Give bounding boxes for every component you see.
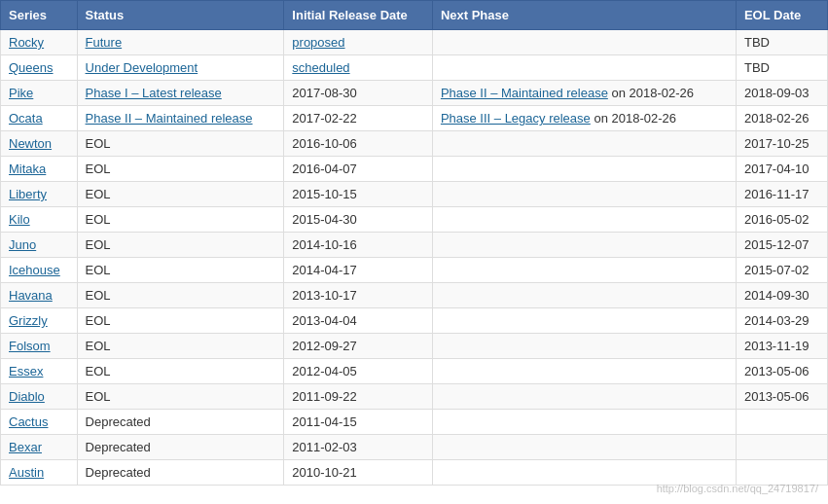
cell-initial-release: 2014-04-17 <box>284 258 433 283</box>
cell-status: Deprecated <box>77 410 284 435</box>
cell-initial-release: 2017-08-30 <box>284 81 433 106</box>
series-link[interactable]: Liberty <box>9 187 47 201</box>
series-link[interactable]: Newton <box>9 136 52 151</box>
table-row: GrizzlyEOL2013-04-042014-03-29 <box>1 308 828 334</box>
cell-initial-release: 2012-04-05 <box>284 359 433 384</box>
cell-next-phase <box>432 30 736 55</box>
series-link[interactable]: Mitaka <box>9 162 46 176</box>
cell-status: EOL <box>77 131 284 157</box>
table-row: KiloEOL2015-04-302016-05-02 <box>1 207 828 233</box>
cell-eol <box>736 410 827 435</box>
status-link[interactable]: Future <box>86 35 123 50</box>
status-link[interactable]: Phase II – Maintained release <box>86 111 253 126</box>
cell-next-phase <box>432 460 736 486</box>
cell-next-phase <box>432 435 736 460</box>
series-link[interactable]: Havana <box>9 288 53 303</box>
series-link[interactable]: Diablo <box>9 389 45 404</box>
next-phase-link[interactable]: Phase II – Maintained release <box>441 86 608 100</box>
series-link[interactable]: Grizzly <box>9 313 48 328</box>
header-next-phase: Next Phase <box>432 1 736 30</box>
table-row: IcehouseEOL2014-04-172015-07-02 <box>1 258 828 283</box>
table-row: NewtonEOL2016-10-062017-10-25 <box>1 131 828 157</box>
cell-eol: 2016-05-02 <box>736 207 827 233</box>
header-eol: EOL Date <box>736 1 827 30</box>
cell-initial-release: 2012-09-27 <box>284 334 433 359</box>
cell-initial-release: 2011-02-03 <box>284 435 433 460</box>
cell-series: Newton <box>1 131 78 157</box>
cell-status: Under Development <box>77 55 284 81</box>
cell-initial-release: 2011-04-15 <box>284 410 433 435</box>
cell-series: Folsom <box>1 334 78 359</box>
cell-next-phase <box>432 207 736 233</box>
series-link[interactable]: Rocky <box>9 35 44 50</box>
cell-eol: 2014-03-29 <box>736 308 827 334</box>
cell-eol: 2013-11-19 <box>736 334 827 359</box>
cell-series: Austin <box>1 460 78 486</box>
cell-status: EOL <box>77 359 284 384</box>
series-link[interactable]: Austin <box>9 465 44 480</box>
status-link[interactable]: Phase I – Latest release <box>86 86 222 100</box>
cell-status: Deprecated <box>77 435 284 460</box>
cell-next-phase <box>432 410 736 435</box>
cell-eol: 2015-07-02 <box>736 258 827 283</box>
cell-next-phase <box>432 258 736 283</box>
cell-series: Liberty <box>1 182 78 207</box>
cell-status: EOL <box>77 258 284 283</box>
cell-series: Kilo <box>1 207 78 233</box>
cell-eol: 2018-02-26 <box>736 106 827 131</box>
cell-series: Bexar <box>1 435 78 460</box>
cell-initial-release: 2010-10-21 <box>284 460 433 486</box>
cell-eol: 2016-11-17 <box>736 182 827 207</box>
series-link[interactable]: Juno <box>9 237 36 252</box>
cell-eol: TBD <box>736 55 827 81</box>
table-row: OcataPhase II – Maintained release2017-0… <box>1 106 828 131</box>
cell-series: Essex <box>1 359 78 384</box>
cell-eol: 2015-12-07 <box>736 233 827 258</box>
cell-status: Future <box>77 30 284 55</box>
series-link[interactable]: Ocata <box>9 111 43 126</box>
series-link[interactable]: Cactus <box>9 414 48 429</box>
cell-next-phase <box>432 131 736 157</box>
table-row: FolsomEOL2012-09-272013-11-19 <box>1 334 828 359</box>
cell-status: Deprecated <box>77 460 284 486</box>
cell-status: EOL <box>77 283 284 308</box>
cell-eol: 2014-09-30 <box>736 283 827 308</box>
cell-series: Juno <box>1 233 78 258</box>
status-link[interactable]: Under Development <box>86 60 198 75</box>
series-link[interactable]: Queens <box>9 60 54 75</box>
cell-initial-release: 2016-10-06 <box>284 131 433 157</box>
next-phase-link[interactable]: Phase III – Legacy release <box>441 111 591 126</box>
cell-next-phase: Phase II – Maintained release on 2018-02… <box>432 81 736 106</box>
cell-next-phase <box>432 359 736 384</box>
cell-eol: 2013-05-06 <box>736 359 827 384</box>
initial-release-link[interactable]: proposed <box>292 35 344 50</box>
cell-eol: 2017-04-10 <box>736 157 827 182</box>
table-row: DiabloEOL2011-09-222013-05-06 <box>1 384 828 410</box>
cell-series: Mitaka <box>1 157 78 182</box>
series-link[interactable]: Folsom <box>9 339 51 353</box>
header-series: Series <box>1 1 78 30</box>
cell-initial-release: 2015-10-15 <box>284 182 433 207</box>
cell-eol: 2018-09-03 <box>736 81 827 106</box>
series-link[interactable]: Essex <box>9 364 43 378</box>
cell-next-phase <box>432 233 736 258</box>
initial-release-link[interactable]: scheduled <box>292 60 349 75</box>
releases-table: Series Status Initial Release Date Next … <box>0 0 828 486</box>
series-link[interactable]: Pike <box>9 86 33 100</box>
cell-series: Havana <box>1 283 78 308</box>
cell-next-phase <box>432 182 736 207</box>
cell-series: Rocky <box>1 30 78 55</box>
next-phase-suffix: on 2018-02-26 <box>591 111 676 126</box>
series-link[interactable]: Bexar <box>9 440 42 454</box>
cell-initial-release: 2015-04-30 <box>284 207 433 233</box>
cell-eol <box>736 435 827 460</box>
header-status: Status <box>77 1 284 30</box>
series-link[interactable]: Kilo <box>9 212 30 227</box>
table-row: PikePhase I – Latest release2017-08-30Ph… <box>1 81 828 106</box>
cell-series: Grizzly <box>1 308 78 334</box>
cell-status: EOL <box>77 233 284 258</box>
cell-eol <box>736 460 827 486</box>
watermark: http://blog.csdn.net/qq_24719817/ <box>657 483 818 486</box>
table-row: MitakaEOL2016-04-072017-04-10 <box>1 157 828 182</box>
series-link[interactable]: Icehouse <box>9 263 60 277</box>
